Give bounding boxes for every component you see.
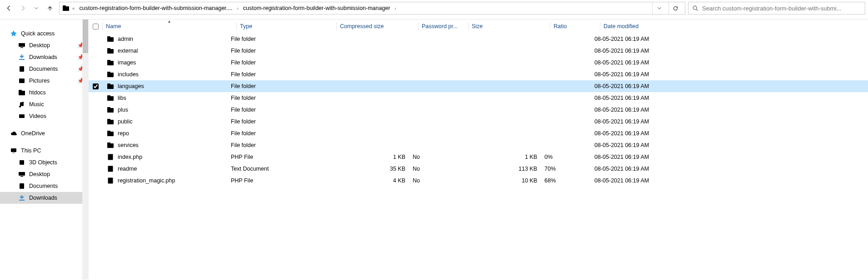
search-box[interactable]: [688, 2, 865, 15]
nav-item-downloads[interactable]: Downloads📌: [0, 51, 89, 63]
nav-item-music[interactable]: Music: [0, 98, 89, 110]
nav-item-desktop[interactable]: Desktop📌: [0, 39, 89, 51]
cell-password: No: [409, 154, 459, 160]
chevron-right-icon: ›: [237, 6, 238, 11]
history-dropdown-button[interactable]: [652, 2, 666, 15]
select-all-checkbox[interactable]: [89, 24, 102, 29]
folder-icon: [106, 130, 115, 137]
table-row[interactable]: servicesFile folder08-05-2021 06:19 AM: [89, 139, 868, 151]
search-input[interactable]: [702, 5, 861, 12]
cell-type: File folder: [227, 142, 327, 148]
cell-date: 08-05-2021 06:19 AM: [591, 59, 691, 66]
svg-line-17: [696, 9, 698, 10]
cell-type: File folder: [227, 83, 327, 89]
nav-label: Quick access: [21, 30, 55, 37]
column-header-type[interactable]: Type: [236, 20, 336, 33]
cell-type: File folder: [227, 107, 327, 113]
folder-icon: [18, 89, 25, 96]
nav-this-pc[interactable]: This PC: [0, 145, 89, 157]
txt-icon: [106, 165, 115, 172]
row-checkbox[interactable]: [89, 84, 102, 89]
table-row[interactable]: publicFile folder08-05-2021 06:19 AM: [89, 116, 868, 128]
scrollbar-thumb[interactable]: [83, 20, 88, 53]
cell-name: public: [102, 118, 227, 125]
3d-icon: [18, 159, 25, 166]
nav-label: Music: [29, 101, 44, 108]
column-header-size[interactable]: Size: [468, 20, 550, 33]
table-row[interactable]: libsFile folder08-05-2021 06:19 AM: [89, 92, 868, 104]
cell-type: File folder: [227, 36, 327, 42]
nav-item-htdocs[interactable]: htdocs: [0, 87, 89, 98]
back-button[interactable]: [3, 2, 15, 15]
folder-icon: [106, 106, 115, 113]
nav-onedrive[interactable]: OneDrive: [0, 128, 89, 139]
column-header-name[interactable]: ▲ Name: [102, 20, 236, 33]
nav-label: Documents: [29, 66, 58, 72]
cell-name: registration_magic.php: [102, 177, 227, 184]
toolbar: « custom-registration-form-builder-with-…: [0, 0, 868, 16]
refresh-button[interactable]: [668, 2, 682, 15]
cell-name: libs: [102, 94, 227, 102]
column-header-ratio[interactable]: Ratio: [550, 20, 600, 33]
cell-type: File folder: [227, 71, 327, 78]
cell-name: external: [102, 47, 227, 54]
cell-type: File folder: [227, 130, 327, 137]
table-row[interactable]: registration_magic.phpPHP File4 KBNo10 K…: [89, 175, 868, 187]
cell-date: 08-05-2021 06:19 AM: [591, 130, 691, 137]
file-icon: [106, 153, 115, 161]
cell-date: 08-05-2021 06:19 AM: [591, 166, 691, 172]
table-row[interactable]: index.phpPHP File1 KBNo1 KB0%08-05-2021 …: [89, 151, 868, 163]
nav-label: Documents: [29, 183, 58, 189]
cell-date: 08-05-2021 06:19 AM: [591, 36, 691, 42]
table-row[interactable]: imagesFile folder08-05-2021 06:19 AM: [89, 57, 868, 69]
chevron-right-icon: ›: [395, 6, 396, 11]
pc-icon: [10, 147, 17, 154]
nav-item-3d-objects[interactable]: 3D Objects: [0, 157, 89, 168]
nav-label: 3D Objects: [29, 159, 57, 166]
nav-item-downloads[interactable]: Downloads: [0, 192, 89, 204]
nav-item-documents[interactable]: Documents📌: [0, 63, 89, 75]
table-row[interactable]: repoFile folder08-05-2021 06:19 AM: [89, 128, 868, 139]
navigation-pane: Quick access Desktop📌Downloads📌Documents…: [0, 20, 89, 280]
nav-quick-access[interactable]: Quick access: [0, 28, 89, 39]
nav-label: htdocs: [29, 89, 46, 96]
cell-compressed: 1 KB: [327, 154, 409, 160]
nav-item-pictures[interactable]: Pictures📌: [0, 75, 89, 87]
nav-label: This PC: [21, 147, 41, 154]
breadcrumb[interactable]: custom-registration-form-builder-with-su…: [78, 5, 234, 11]
navpane-scrollbar[interactable]: [82, 20, 89, 280]
sort-indicator-icon: ▲: [167, 20, 171, 24]
table-row[interactable]: externalFile folder08-05-2021 06:19 AM: [89, 45, 868, 57]
folder-icon: [106, 59, 115, 66]
nav-item-desktop[interactable]: Desktop: [0, 168, 89, 180]
cell-type: PHP File: [227, 154, 327, 160]
cell-date: 08-05-2021 06:19 AM: [591, 177, 691, 184]
folder-icon: [106, 142, 115, 149]
table-row[interactable]: adminFile folder08-05-2021 06:19 AM: [89, 33, 868, 45]
folder-icon: [106, 118, 115, 125]
column-header-password[interactable]: Password pr...: [418, 20, 468, 33]
column-header-compressed[interactable]: Compressed size: [336, 20, 418, 33]
address-bar[interactable]: « custom-registration-form-builder-with-…: [59, 2, 685, 15]
table-row[interactable]: includesFile folder08-05-2021 06:19 AM: [89, 69, 868, 80]
chevron-left-icon: «: [72, 6, 75, 11]
nav-item-videos[interactable]: Videos: [0, 110, 89, 122]
cell-name: readme: [102, 165, 227, 172]
cell-type: PHP File: [227, 177, 327, 184]
cell-type: File folder: [227, 118, 327, 125]
svg-point-16: [693, 6, 697, 10]
breadcrumb[interactable]: custom-registration-form-builder-with-su…: [241, 5, 392, 11]
forward-button[interactable]: [16, 2, 29, 15]
folder-icon: [106, 35, 115, 43]
column-header-date[interactable]: Date modified: [600, 20, 700, 33]
up-button[interactable]: [44, 2, 56, 15]
folder-icon: [106, 94, 115, 102]
table-row[interactable]: readmeText Document35 KBNo113 KB70%08-05…: [89, 163, 868, 175]
cell-date: 08-05-2021 06:19 AM: [591, 71, 691, 78]
nav-label: OneDrive: [21, 130, 45, 137]
table-row[interactable]: languagesFile folder08-05-2021 06:19 AM: [89, 80, 868, 92]
nav-item-documents[interactable]: Documents: [0, 180, 89, 192]
table-row[interactable]: plusFile folder08-05-2021 06:19 AM: [89, 104, 868, 116]
recent-locations-button[interactable]: [30, 2, 43, 15]
nav-label: Desktop: [29, 171, 50, 177]
